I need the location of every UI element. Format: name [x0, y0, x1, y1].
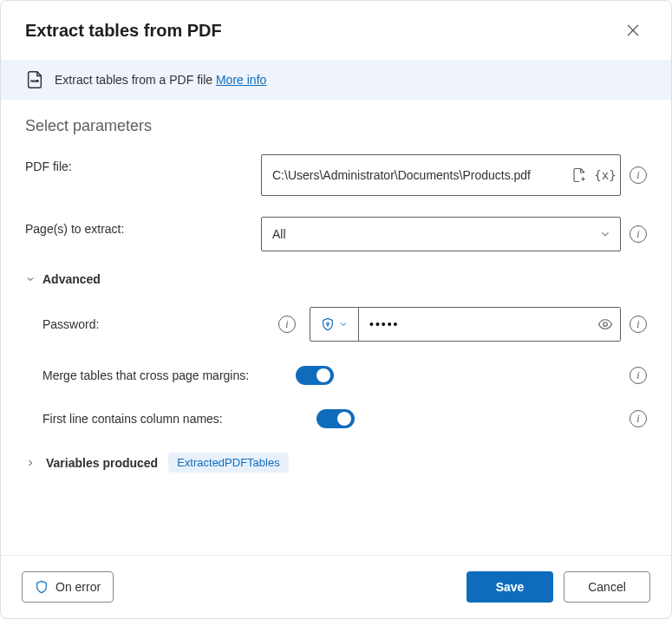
pages-info[interactable]: i — [630, 225, 647, 243]
on-error-label: On error — [55, 580, 101, 594]
password-input[interactable] — [359, 308, 620, 341]
shield-icon — [35, 580, 49, 594]
password-input-wrap — [310, 307, 621, 342]
merge-control: i — [296, 366, 647, 385]
pdf-file-value: C:\Users\Administrator\Documents\Product… — [272, 167, 561, 184]
chevron-right-icon — [25, 458, 36, 468]
secure-input-mode-button[interactable] — [310, 308, 359, 341]
save-label: Save — [496, 580, 525, 594]
eye-icon — [597, 316, 613, 332]
close-icon — [627, 24, 639, 36]
password-label: Password: — [42, 317, 99, 331]
svg-point-3 — [603, 323, 608, 327]
first-line-info[interactable]: i — [630, 410, 647, 427]
advanced-body: Password: i i — [25, 307, 647, 428]
variable-icon: {x} — [594, 167, 616, 184]
variable-picker-button[interactable]: {x} — [596, 166, 615, 185]
pages-select[interactable]: All — [261, 217, 621, 251]
password-row: Password: i i — [42, 307, 647, 342]
dialog-footer: On error Save Cancel — [1, 555, 671, 618]
cancel-button[interactable]: Cancel — [564, 571, 650, 603]
pdf-file-icons: {x} — [570, 166, 615, 185]
password-label-wrap: Password: — [42, 317, 268, 331]
cancel-label: Cancel — [588, 580, 626, 594]
first-line-label: First line contains column names: — [42, 412, 285, 426]
first-line-row: First line contains column names: i — [42, 409, 647, 428]
more-info-link[interactable]: More info — [216, 73, 266, 87]
pdf-file-info[interactable]: i — [630, 166, 647, 184]
pages-row: Page(s) to extract: All i — [25, 217, 647, 251]
footer-right: Save Cancel — [466, 571, 650, 603]
pages-label: Page(s) to extract: — [25, 217, 251, 236]
advanced-label: Advanced — [42, 272, 101, 286]
reveal-password-button[interactable] — [590, 308, 620, 341]
toggle-knob — [337, 412, 351, 426]
merge-label: Merge tables that cross page margins: — [42, 368, 285, 382]
pdf-file-row: PDF file: C:\Users\Administrator\Documen… — [25, 154, 647, 196]
chevron-down-icon — [599, 228, 611, 240]
password-info[interactable]: i — [630, 316, 647, 333]
info-bar-text: Extract tables from a PDF file More info — [55, 73, 266, 87]
pages-field-wrap: All i — [261, 217, 647, 251]
info-bar-desc: Extract tables from a PDF file — [55, 73, 212, 87]
variables-produced-toggle[interactable]: Variables produced ExtractedPDFTables — [25, 453, 647, 472]
merge-row: Merge tables that cross page margins: i — [42, 366, 647, 385]
pages-select-value: All — [272, 227, 286, 241]
password-label-info[interactable]: i — [278, 316, 296, 333]
save-button[interactable]: Save — [466, 571, 553, 603]
dialog-title: Extract tables from PDF — [25, 21, 222, 41]
merge-info[interactable]: i — [630, 367, 647, 384]
dialog-content: Select parameters PDF file: C:\Users\Adm… — [1, 100, 671, 555]
chevron-down-icon — [338, 319, 349, 329]
on-error-button[interactable]: On error — [22, 571, 114, 603]
variables-label: Variables produced — [46, 456, 158, 470]
shield-lock-icon — [321, 317, 335, 331]
chevron-down-icon — [25, 274, 36, 284]
section-title: Select parameters — [25, 117, 647, 135]
info-bar: PDF Extract tables from a PDF file More … — [1, 60, 671, 100]
merge-toggle[interactable] — [296, 366, 334, 385]
svg-point-2 — [326, 323, 329, 325]
dialog-header: Extract tables from PDF — [1, 1, 671, 53]
first-line-toggle[interactable] — [316, 409, 355, 428]
file-plus-icon — [571, 167, 587, 183]
first-line-control: i — [296, 409, 647, 428]
dialog: Extract tables from PDF PDF Extract tabl… — [0, 0, 672, 619]
pdf-file-input[interactable]: C:\Users\Administrator\Documents\Product… — [261, 154, 621, 196]
toggle-knob — [316, 368, 330, 382]
advanced-toggle[interactable]: Advanced — [25, 272, 647, 286]
svg-text:PDF: PDF — [31, 79, 36, 82]
close-button[interactable] — [619, 16, 647, 44]
file-picker-button[interactable] — [570, 166, 589, 185]
pdf-icon: PDF — [25, 70, 44, 89]
pdf-file-field-wrap: C:\Users\Administrator\Documents\Product… — [261, 154, 647, 196]
pdf-file-label: PDF file: — [25, 154, 251, 173]
variable-pill[interactable]: ExtractedPDFTables — [168, 453, 289, 472]
password-control: i — [310, 307, 647, 342]
